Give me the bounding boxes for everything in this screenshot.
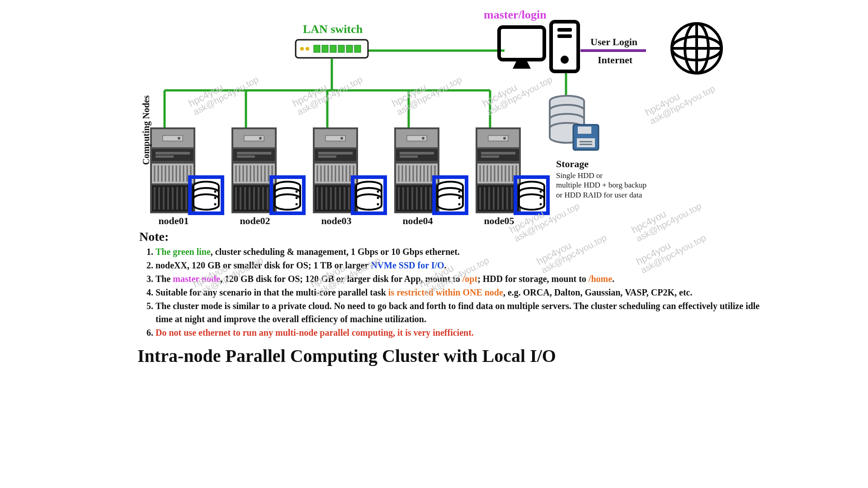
note-item: Do not use ethernet to run any multi-nod…	[156, 326, 761, 339]
globe-icon	[672, 23, 722, 73]
user-login-label: User Login	[590, 36, 637, 48]
svg-rect-48	[322, 45, 328, 52]
master-monitor-icon	[499, 27, 544, 69]
node02-icon	[231, 127, 304, 213]
node05-icon	[476, 127, 548, 213]
storage-icon	[550, 96, 599, 150]
diagram-stage: LAN switch master/login User Login Inter…	[101, 0, 767, 376]
notes-heading: Note:	[139, 230, 169, 244]
svg-rect-53	[499, 27, 544, 60]
svg-rect-70	[580, 141, 592, 142]
svg-rect-51	[346, 45, 353, 52]
storage-description: Single HDD or multiple HDD + borg backup…	[556, 171, 674, 200]
diagram-title: Intra-node Parallel Computing Cluster wi…	[137, 345, 556, 366]
svg-point-46	[306, 47, 309, 51]
svg-rect-69	[577, 138, 595, 147]
svg-rect-56	[557, 34, 572, 38]
node04-label: node04	[382, 215, 454, 227]
svg-rect-71	[580, 144, 592, 145]
green-network-lines	[165, 51, 566, 127]
svg-point-57	[561, 56, 569, 64]
note-item: Suitable for any scenario in that the mu…	[156, 286, 761, 299]
notes-list: The green line, cluster scheduling & man…	[144, 245, 761, 340]
node03-icon	[313, 127, 385, 213]
node03-label: node03	[300, 215, 373, 227]
node01-icon	[150, 127, 222, 213]
svg-rect-55	[557, 28, 572, 32]
svg-rect-50	[338, 45, 344, 52]
note-item: The master node, 120 GB disk for OS; 120…	[156, 272, 761, 286]
internet-label: Internet	[598, 54, 632, 66]
note-item: nodeXX, 120 GB or smaller disk for OS; 1…	[156, 259, 761, 272]
svg-rect-47	[314, 45, 320, 52]
master-tower-icon	[551, 22, 578, 71]
lan-switch-label: LAN switch	[303, 23, 363, 36]
master-login-label: master/login	[484, 8, 547, 22]
node02-label: node02	[219, 215, 291, 227]
svg-point-45	[300, 47, 304, 51]
svg-rect-68	[578, 127, 591, 134]
svg-rect-49	[330, 45, 336, 52]
storage-title: Storage	[556, 158, 589, 170]
lan-switch-icon	[296, 40, 368, 58]
note-item: The cluster mode is similar to a private…	[156, 300, 761, 326]
computing-nodes-axis-label: Computing Nodes	[141, 95, 151, 165]
node01-label: node01	[137, 215, 210, 227]
node05-label: node05	[463, 215, 535, 227]
svg-rect-52	[354, 45, 361, 52]
node04-icon	[394, 127, 467, 213]
note-item: The green line, cluster scheduling & man…	[156, 245, 761, 258]
